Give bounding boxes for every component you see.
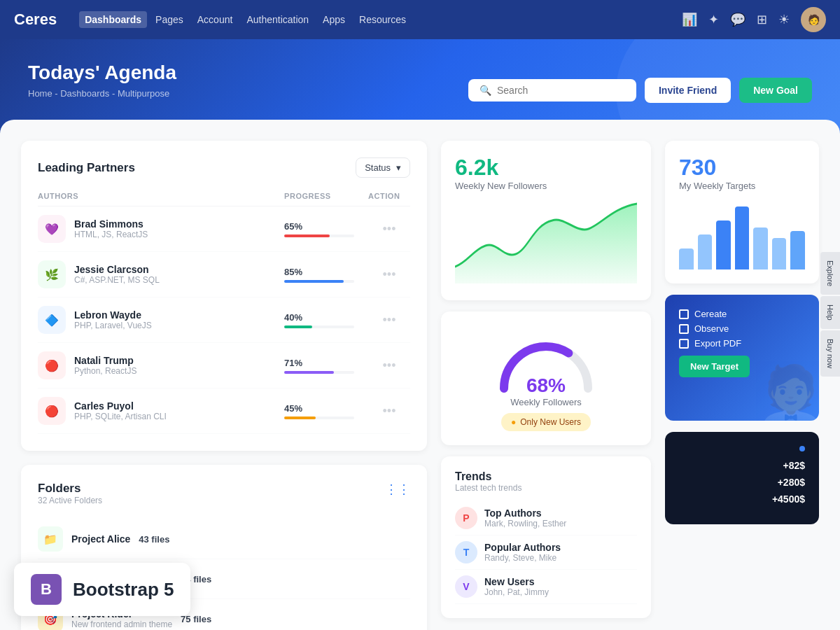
user-avatar[interactable]: 🧑	[801, 7, 826, 32]
dark-card: +82$+280$+4500$	[665, 432, 819, 524]
bar-chart	[679, 200, 805, 270]
action-dots[interactable]: •••	[368, 404, 410, 419]
chat-icon[interactable]: 💬	[730, 12, 746, 27]
blue-card-menu-item[interactable]: Export PDF	[679, 338, 805, 349]
gauge-percent: 68%	[526, 374, 566, 397]
nav-item-pages[interactable]: Pages	[150, 11, 189, 28]
explore-tab[interactable]: Explore	[820, 252, 840, 295]
bootstrap-label: Bootstrap 5	[73, 579, 174, 601]
followers-card: 6.2k Weekly New Followers	[441, 141, 651, 300]
grid-icon[interactable]: ⊞	[757, 12, 767, 27]
followers-number: 6.2k	[455, 155, 637, 181]
followers-label: Weekly New Followers	[455, 181, 637, 191]
chevron-down-icon: ▾	[396, 162, 401, 173]
action-dots[interactable]: •••	[368, 222, 410, 237]
author-skills: PHP, Laravel, VueJS	[74, 321, 152, 330]
author-info: 🌿 Jessie Clarcson C#, ASP.NET, MS SQL	[38, 260, 284, 288]
nav-icons: 📊 ✦ 💬 ⊞ ☀ 🧑	[682, 7, 826, 32]
trend-item: V New Users John, Pat, Jimmy	[455, 570, 637, 604]
author-name: Carles Puyol	[74, 400, 167, 412]
folder-name: Project Alice	[71, 533, 130, 545]
trend-desc: Mark, Rowling, Esther	[484, 519, 566, 528]
author-info: 🔷 Lebron Wayde PHP, Laravel, VueJS	[38, 306, 284, 334]
dark-stats: +82$+280$+4500$	[679, 460, 805, 505]
checkbox-icon	[679, 309, 689, 319]
author-name: Jessie Clarcson	[74, 264, 160, 275]
author-skills: Python, ReactJS	[74, 366, 136, 376]
card-illustration: 🧑‍💼	[756, 362, 819, 421]
bar	[772, 238, 787, 270]
progress-cell: 65%	[284, 221, 368, 237]
progress-bar-fill	[284, 234, 330, 237]
gauge-card: 68% Weekly Followers ● Only New Users	[441, 312, 651, 445]
progress-percent: 71%	[284, 358, 368, 368]
nav-item-dashboards[interactable]: Dashboards	[79, 11, 147, 28]
help-tab[interactable]: Help	[820, 296, 840, 329]
blue-card: CereateObserveExport PDF New Target 🧑‍💼	[665, 295, 819, 421]
targets-number: 730	[679, 155, 805, 181]
progress-bar-fill	[284, 371, 334, 374]
progress-bar-bg	[284, 326, 354, 328]
author-avatar: 🌿	[38, 260, 66, 288]
trend-name: Top Authors	[484, 507, 566, 519]
bootstrap-badge: B Bootstrap 5	[14, 563, 190, 616]
targets-card: 730 My Weekly Targets	[665, 141, 819, 284]
folders-more-icon[interactable]: ⋮⋮	[385, 482, 410, 497]
sparkle-icon[interactable]: ✦	[708, 12, 719, 27]
trend-icon: P	[455, 507, 477, 529]
action-dots[interactable]: •••	[368, 313, 410, 328]
progress-bar-bg	[284, 371, 354, 374]
blue-card-menu: CereateObserveExport PDF	[679, 309, 805, 349]
progress-bar-fill	[284, 416, 316, 419]
progress-percent: 40%	[284, 312, 368, 323]
action-dots[interactable]: •••	[368, 267, 410, 282]
targets-label: My Weekly Targets	[679, 181, 805, 191]
author-skills: PHP, SQLite, Artisan CLI	[74, 412, 167, 421]
progress-cell: 71%	[284, 358, 368, 374]
followers-chart	[455, 200, 637, 284]
progress-percent: 85%	[284, 267, 368, 277]
bootstrap-b-letter: B	[41, 580, 52, 598]
author-row: 🔴 Carles Puyol PHP, SQLite, Artisan CLI …	[38, 388, 410, 434]
table-header: AUTHORS PROGRESS ACTION	[38, 192, 410, 206]
status-dropdown[interactable]: Status ▾	[356, 158, 410, 178]
nav-item-authentication[interactable]: Authentication	[241, 11, 314, 28]
left-column: Leading Partners Status ▾ AUTHORS PROGRE…	[21, 141, 427, 630]
content-grid: Leading Partners Status ▾ AUTHORS PROGRE…	[21, 141, 819, 630]
buy-now-tab[interactable]: Buy now	[820, 330, 840, 377]
trend-item: T Popular Authors Randy, Steve, Mike	[455, 536, 637, 570]
page-title: Todays' Agenda	[28, 62, 812, 84]
brand-logo: Ceres	[14, 10, 57, 29]
progress-bar-bg	[284, 416, 354, 419]
author-row: 💜 Brad Simmons HTML, JS, ReactJS 65% •••	[38, 206, 410, 252]
nav-item-account[interactable]: Account	[192, 11, 239, 28]
trend-item: P Top Authors Mark, Rowling, Esther	[455, 501, 637, 536]
new-target-button[interactable]: New Target	[679, 356, 750, 377]
bar-chart-icon[interactable]: 📊	[682, 12, 697, 27]
folder-row: 📁 Project Alice 43 files	[38, 519, 410, 559]
author-avatar: 🔷	[38, 306, 66, 334]
middle-column: 6.2k Weekly New Followers	[441, 141, 651, 630]
nav-item-resources[interactable]: Resources	[354, 11, 412, 28]
author-row: 🔴 Natali Trump Python, ReactJS 71% •••	[38, 343, 410, 388]
author-info: 🔴 Carles Puyol PHP, SQLite, Artisan CLI	[38, 397, 284, 425]
folders-subtitle: 32 Active Folders	[38, 496, 102, 505]
nav-item-apps[interactable]: Apps	[317, 11, 351, 28]
author-name: Brad Simmons	[74, 218, 148, 230]
dark-stat: +280$	[679, 477, 805, 488]
author-info: 💜 Brad Simmons HTML, JS, ReactJS	[38, 215, 284, 243]
author-name: Lebron Wayde	[74, 309, 152, 321]
bar	[790, 231, 805, 270]
action-dots[interactable]: •••	[368, 358, 410, 373]
trends-list: P Top Authors Mark, Rowling, Esther T Po…	[455, 501, 637, 604]
main-content: Leading Partners Status ▾ AUTHORS PROGRE…	[0, 120, 840, 630]
blue-card-menu-item[interactable]: Observe	[679, 323, 805, 334]
author-row: 🔷 Lebron Wayde PHP, Laravel, VueJS 40% •…	[38, 298, 410, 343]
blue-card-menu-item[interactable]: Cereate	[679, 309, 805, 319]
bar	[735, 206, 750, 270]
dark-stat: +82$	[679, 460, 805, 471]
checkbox-icon	[679, 339, 689, 349]
progress-bar-bg	[284, 280, 354, 283]
gauge-label: Weekly Followers	[510, 397, 582, 407]
sun-icon[interactable]: ☀	[778, 12, 790, 27]
